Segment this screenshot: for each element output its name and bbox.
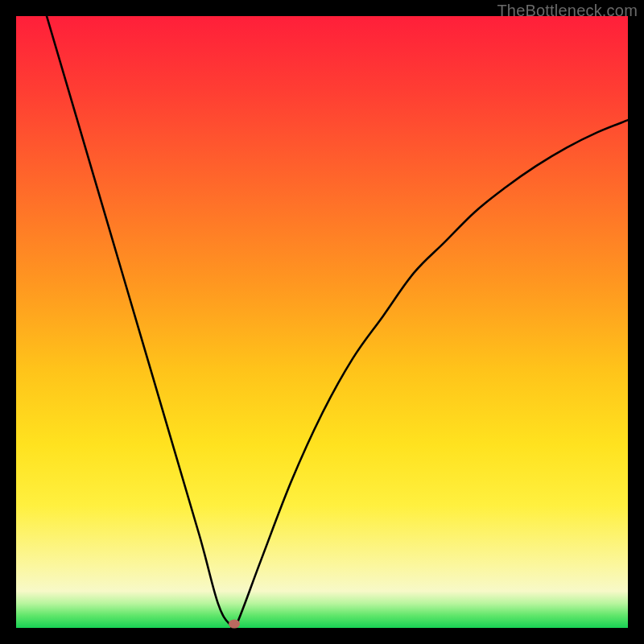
optimal-point-marker [229, 620, 240, 629]
chart-frame [16, 16, 628, 628]
chart-background-gradient [16, 16, 628, 628]
